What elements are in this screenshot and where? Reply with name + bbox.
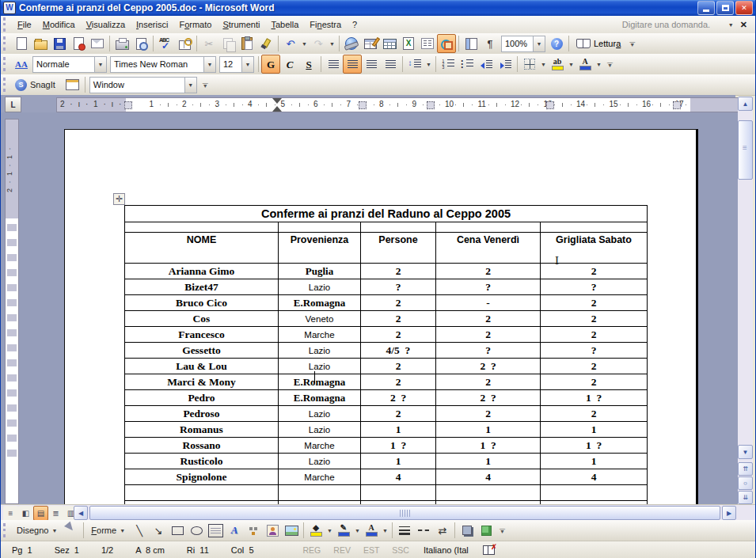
redo-dropdown[interactable]: ▼ <box>328 35 336 52</box>
font-color-dropdown[interactable]: ▼ <box>595 55 603 73</box>
status-toggle-rev[interactable]: REV <box>327 545 357 555</box>
arrow-style-button[interactable]: ⇄ <box>433 521 452 540</box>
drawing-button[interactable] <box>437 34 456 53</box>
arrow-button[interactable]: ↘ <box>149 521 168 540</box>
table-column-marker[interactable] <box>427 101 435 109</box>
rectangle-button[interactable] <box>168 521 187 540</box>
tables-and-borders-button[interactable] <box>361 34 380 53</box>
maximize-button[interactable] <box>716 1 734 15</box>
toolbar-grip[interactable] <box>3 17 9 32</box>
copy-button[interactable] <box>218 34 237 53</box>
chevron-down-icon[interactable]: ▼ <box>728 22 734 28</box>
web-layout-view-button[interactable]: ◧ <box>18 506 33 521</box>
scroll-right-button[interactable]: ▶ <box>722 506 736 520</box>
spelling-grammar-button[interactable] <box>156 34 175 53</box>
vertical-scrollbar[interactable]: ▲ ▼ ⇈ ○ ⇊ <box>738 97 753 505</box>
line-style-button[interactable] <box>395 521 414 540</box>
status-toggle-est[interactable]: EST <box>357 545 386 555</box>
font-color-drawing-button[interactable]: A <box>362 521 381 540</box>
numbering-button[interactable] <box>439 55 458 74</box>
close-document-button[interactable]: ✕ <box>737 20 750 30</box>
scroll-left-button[interactable]: ◀ <box>74 506 88 520</box>
outline-view-button[interactable]: ≣ <box>48 506 63 521</box>
toolbar-grip[interactable] <box>3 78 9 92</box>
document-map-button[interactable] <box>462 34 481 53</box>
zoom-combo[interactable]: 100%▼ <box>501 36 545 52</box>
table-move-handle[interactable]: ✛ <box>113 193 125 205</box>
permission-button[interactable] <box>69 34 88 53</box>
show-hide-paragraph-button[interactable]: ¶ <box>481 34 500 53</box>
snagit-capture-button[interactable] <box>63 75 82 94</box>
tab-selector[interactable]: L <box>5 97 21 112</box>
align-center-button[interactable] <box>343 55 362 74</box>
columns-button[interactable] <box>418 34 437 53</box>
underline-button[interactable]: S <box>299 55 318 74</box>
menu-inserisci[interactable]: Inserisci <box>131 17 173 32</box>
line-color-button[interactable]: ✎ <box>334 521 353 540</box>
insert-hyperlink-button[interactable] <box>342 34 361 53</box>
table-column-drag-marker[interactable] <box>272 98 282 112</box>
diagram-button[interactable] <box>244 521 263 540</box>
insert-excel-worksheet-button[interactable]: X <box>399 34 418 53</box>
oval-button[interactable] <box>187 521 206 540</box>
browse-next-button[interactable]: ⇊ <box>738 491 753 504</box>
menu-tabella[interactable]: Tabella <box>265 17 304 32</box>
print-preview-button[interactable] <box>131 34 150 53</box>
chevron-down-icon[interactable]: ▼ <box>533 36 545 51</box>
chevron-down-icon[interactable]: ▼ <box>203 57 215 72</box>
decrease-indent-button[interactable] <box>477 55 496 74</box>
justify-button[interactable] <box>381 55 400 74</box>
align-left-button[interactable] <box>324 55 343 74</box>
drawing-menu[interactable]: Disegno▼ <box>12 523 62 537</box>
clip-art-button[interactable] <box>263 521 282 540</box>
increase-indent-button[interactable] <box>496 55 515 74</box>
table-column-marker[interactable] <box>673 101 681 109</box>
status-toggle-ssc[interactable]: SSC <box>386 545 416 555</box>
select-browse-object-button[interactable]: ○ <box>738 476 753 490</box>
menu-strumenti[interactable]: Strumenti <box>217 17 265 32</box>
font-combo[interactable]: Times New Roman▼ <box>110 56 216 73</box>
scroll-down-button[interactable]: ▼ <box>738 445 753 459</box>
insert-table-button[interactable] <box>380 34 399 53</box>
horizontal-scroll-track[interactable] <box>89 506 721 520</box>
snagit-button[interactable]: S SnagIt <box>12 75 63 94</box>
save-button[interactable] <box>50 34 69 53</box>
toolbar-options-chevron[interactable]: —▼ <box>605 55 615 73</box>
table-column-marker[interactable] <box>124 101 132 109</box>
chevron-down-icon[interactable]: ▼ <box>241 57 253 72</box>
status-toggle-reg[interactable]: REG <box>297 545 328 555</box>
menu-?[interactable]: ? <box>347 17 363 32</box>
menu-modifica[interactable]: Modifica <box>37 17 81 32</box>
size-combo[interactable]: 12▼ <box>219 56 254 73</box>
chevron-down-icon[interactable]: ▼ <box>184 78 196 93</box>
fill-color-button[interactable]: ◆ <box>306 521 325 540</box>
format-painter-button[interactable] <box>256 34 275 53</box>
align-right-button[interactable] <box>362 55 381 74</box>
close-button[interactable]: ✕ <box>735 1 753 15</box>
menu-formato[interactable]: Formato <box>173 17 217 32</box>
dash-style-button[interactable] <box>414 521 433 540</box>
cut-button[interactable]: ✂ <box>199 34 218 53</box>
line-color-dropdown[interactable]: ▼ <box>353 522 362 539</box>
toolbar-options-chevron[interactable]: —▼ <box>497 522 507 539</box>
vertical-ruler[interactable]: 2 · 1 · 1 · <box>5 119 19 504</box>
outside-border-dropdown[interactable]: ▼ <box>539 55 548 73</box>
undo-dropdown[interactable]: ▼ <box>300 35 309 52</box>
spelling-status-icon[interactable] <box>483 545 495 555</box>
horizontal-ruler[interactable]: 2 · ı · 1 · ı ·1234567891011121314151617… <box>56 97 739 112</box>
reading-mode-button[interactable]: Lettura <box>572 34 625 53</box>
paste-button[interactable] <box>237 34 256 53</box>
bullets-button[interactable] <box>458 55 477 74</box>
toolbar-options-chevron[interactable]: —▼ <box>627 35 637 52</box>
italic-button[interactable]: C <box>280 55 299 74</box>
picture-button[interactable] <box>282 521 301 540</box>
toolbar-grip[interactable] <box>3 57 9 71</box>
table-column-marker[interactable] <box>546 101 554 109</box>
menu-file[interactable]: File <box>12 17 37 32</box>
language-indicator[interactable]: Italiano (Ital <box>416 545 477 555</box>
vertical-scroll-thumb[interactable] <box>738 120 753 180</box>
help-button[interactable]: ? <box>547 34 566 53</box>
toolbar-options-chevron[interactable]: —▼ <box>200 76 211 93</box>
highlight-dropdown[interactable]: ▼ <box>567 55 576 73</box>
bold-button[interactable]: G <box>261 55 280 74</box>
